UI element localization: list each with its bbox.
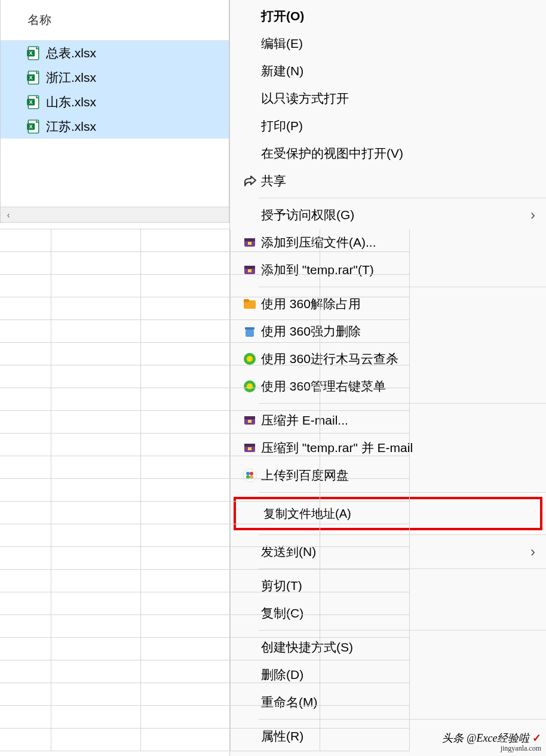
blank-icon [238,206,261,224]
menu-item-grant-access[interactable]: 授予访问权限(G) › [230,201,546,229]
svg-text:X: X [29,99,33,105]
blank-icon [238,90,261,107]
watermark-url: jingyanla.com [442,745,541,752]
horizontal-scrollbar[interactable]: ‹ [1,207,229,222]
blank-icon [238,117,261,135]
menu-item-open-protected-view[interactable]: 在受保护的视图中打开(V) [230,140,546,167]
scroll-track[interactable] [16,207,229,222]
file-item[interactable]: X 总表.xlsx [1,41,229,65]
chevron-right-icon: › [530,207,535,223]
file-name: 山东.xlsx [46,94,96,110]
svg-text:X: X [29,50,33,56]
spreadsheet-grid[interactable] [0,229,229,756]
column-header-name[interactable]: 名称 [1,0,229,41]
checkmark-icon: ✓ [532,732,541,744]
column-header-label: 名称 [27,12,51,28]
file-explorer: 名称 X 总表.xlsx X 浙江.xlsx X [0,0,229,223]
file-item[interactable]: X 山东.xlsx [1,90,229,114]
menu-separator [259,198,546,198]
excel-file-icon: X [26,45,41,61]
file-name: 浙江.xlsx [46,69,96,86]
menu-item-open-readonly[interactable]: 以只读方式打开 [230,85,546,112]
menu-item-print[interactable]: 打印(P) [230,112,546,140]
excel-file-icon: X [26,94,41,110]
chevron-right-icon: › [530,543,535,560]
left-pane: 名称 X 总表.xlsx X 浙江.xlsx X [0,0,229,756]
file-item[interactable]: X 浙江.xlsx [1,65,229,90]
file-name: 总表.xlsx [46,45,96,62]
blank-icon [238,7,261,25]
share-icon [238,172,261,190]
menu-item-open[interactable]: 打开(O) [230,2,546,30]
excel-file-icon: X [26,70,41,85]
menu-item-share[interactable]: 共享 [230,167,546,195]
scroll-left-button[interactable]: ‹ [1,207,16,223]
watermark-text: 头条 @Exce经验啦 [442,732,529,744]
blank-icon [238,145,261,162]
svg-text:X: X [29,75,33,81]
watermark: 头条 @Exce经验啦 ✓ jingyanla.com [442,733,541,752]
blank-icon [238,62,261,80]
menu-item-new[interactable]: 新建(N) [230,57,546,85]
file-name: 江苏.xlsx [46,118,96,135]
menu-item-edit[interactable]: 编辑(E) [230,30,546,57]
svg-text:X: X [29,124,33,130]
file-list: X 总表.xlsx X 浙江.xlsx X 山东.xlsx [1,41,229,207]
blank-icon [238,35,261,53]
file-item[interactable]: X 江苏.xlsx [1,114,229,139]
excel-file-icon: X [26,119,41,134]
